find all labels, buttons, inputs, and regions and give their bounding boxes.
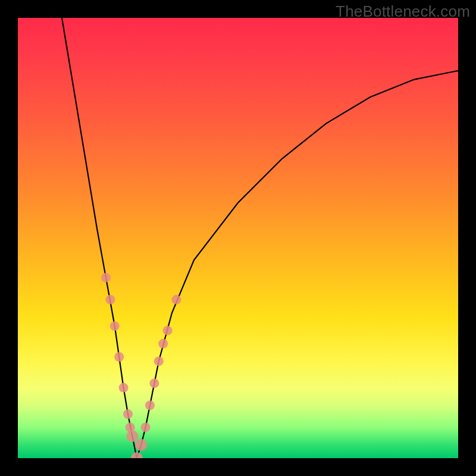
sample-point	[123, 409, 133, 419]
sample-point	[114, 352, 124, 362]
bottleneck-curve	[62, 18, 458, 458]
sample-point	[131, 452, 143, 458]
sample-point	[163, 325, 173, 335]
sample-point	[149, 378, 159, 388]
sample-point	[154, 356, 164, 366]
chart-svg	[18, 18, 458, 458]
sample-point	[135, 439, 147, 451]
sample-point	[105, 295, 115, 305]
sample-points	[101, 273, 181, 458]
sample-point	[126, 430, 138, 442]
sample-point	[119, 383, 129, 393]
sample-point	[110, 321, 120, 331]
sample-point	[158, 339, 168, 349]
sample-point	[145, 400, 155, 410]
sample-point	[171, 295, 181, 305]
chart-frame: TheBottleneck.com	[0, 0, 476, 476]
sample-point	[101, 273, 111, 283]
plot-area	[18, 18, 458, 458]
sample-point	[141, 422, 151, 432]
